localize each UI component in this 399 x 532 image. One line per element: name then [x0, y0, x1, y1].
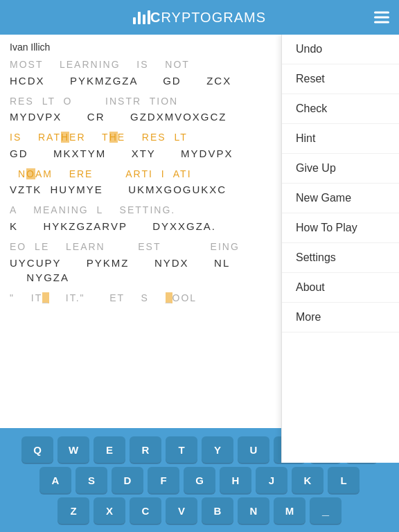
quote-line-1: MOST LEARNING IS NOT — [10, 58, 274, 72]
cipher-line-6: UYCUPY PYKMZ NYDX NL NYGZA — [10, 256, 274, 285]
quote-line-7: " IT_ IT." ET S _OOL — [10, 292, 274, 305]
equalizer-icon[interactable] — [133, 10, 150, 24]
key-l[interactable]: L — [328, 467, 360, 493]
menu-item-more[interactable]: More — [282, 303, 399, 332]
cipher-line-2: MYDVPX CR GZDXMVOXGCZ — [10, 109, 274, 124]
key-w[interactable]: W — [57, 436, 89, 463]
key-m[interactable]: M — [274, 497, 305, 524]
key-q[interactable]: Q — [21, 436, 53, 463]
cipher-line-3: GD MKXTYM XTY MYDVPX — [10, 146, 274, 161]
menu-item-give-up[interactable]: Give Up — [282, 154, 399, 184]
puzzle-block-2: RES LT O INSTR TION MYDVPX CR GZDXMVOXGC… — [10, 95, 274, 125]
key-b[interactable]: B — [202, 497, 233, 524]
puzzle-block-5: A MEANING L SETTING. K HYKZGZARVP DYXXGZ… — [10, 204, 274, 233]
key-z[interactable]: Z — [57, 497, 89, 524]
keyboard-row-3: Z X C V B N M _ — [57, 497, 342, 524]
key-s[interactable]: S — [76, 467, 107, 493]
quote-line-5: A MEANING L SETTING. — [10, 204, 274, 218]
key-g[interactable]: G — [184, 467, 215, 493]
dropdown-menu: Undo Reset Check Hint Give Up New Game H… — [281, 35, 399, 463]
menu-item-settings[interactable]: Settings — [282, 243, 399, 273]
menu-item-about[interactable]: About — [282, 273, 399, 303]
key-a[interactable]: A — [39, 467, 71, 493]
puzzle-block-3: IS RATHER THE RES LT GD MKXTYM XTY MYDVP… — [10, 131, 274, 161]
menu-item-reset[interactable]: Reset — [282, 64, 399, 94]
keyboard-row-2: A S D F G H J K L — [39, 467, 360, 493]
key-x[interactable]: X — [94, 497, 125, 524]
puzzle-block-4: NOAM ERE ARTI I ATI VZTK HUYMYE UKMXGOGU… — [10, 168, 274, 197]
key-n[interactable]: N — [238, 497, 269, 524]
key-r[interactable]: R — [130, 436, 161, 463]
menu-item-undo[interactable]: Undo — [282, 35, 399, 64]
puzzle-block-1: MOST LEARNING IS NOT HCDX PYKMZGZA GD ZC… — [10, 58, 274, 88]
key-e[interactable]: E — [94, 436, 125, 463]
app-title: Cryptograms — [150, 10, 266, 26]
menu-item-new-game[interactable]: New Game — [282, 184, 399, 213]
puzzle-block-7: " IT_ IT." ET S _OOL — [10, 292, 274, 305]
puzzle-block-6: EO LE LEARN EST EING UYCUPY PYKMZ NYDX N… — [10, 240, 274, 285]
cipher-line-5: K HYKZGZARVP DYXXGZA. — [10, 219, 274, 233]
cipher-line-1: HCDX PYKMZGZA GD ZCX — [10, 73, 274, 88]
app-header: Cryptograms — [0, 0, 399, 35]
menu-item-check[interactable]: Check — [282, 94, 399, 124]
menu-item-how-to-play[interactable]: How To Play — [282, 213, 399, 243]
puzzle-area: Ivan Illich MOST LEARNING IS NOT HCDX PY… — [0, 35, 281, 463]
key-d[interactable]: D — [112, 467, 143, 493]
key-c[interactable]: C — [130, 497, 161, 524]
main-content: Ivan Illich MOST LEARNING IS NOT HCDX PY… — [0, 35, 399, 463]
quote-line-2: RES LT O INSTR TION — [10, 95, 274, 109]
quote-line-4: NOAM ERE ARTI I ATI — [10, 168, 274, 181]
key-v[interactable]: V — [166, 497, 197, 524]
key-j[interactable]: J — [256, 467, 287, 493]
author-label: Ivan Illich — [10, 42, 274, 53]
key-t[interactable]: T — [166, 436, 197, 463]
quote-line-3: IS RATHER THE RES LT — [10, 131, 274, 145]
key-underscore[interactable]: _ — [310, 497, 342, 524]
hamburger-menu-icon[interactable] — [374, 12, 389, 24]
menu-item-hint[interactable]: Hint — [282, 124, 399, 154]
key-u[interactable]: U — [238, 436, 269, 463]
cipher-line-4: VZTK HUYMYE UKMXGOGUKXC — [10, 182, 274, 197]
key-y[interactable]: Y — [202, 436, 233, 463]
quote-line-6: EO LE LEARN EST EING — [10, 240, 274, 254]
key-k[interactable]: K — [292, 467, 323, 493]
key-h[interactable]: H — [220, 467, 251, 493]
key-f[interactable]: F — [148, 467, 179, 493]
